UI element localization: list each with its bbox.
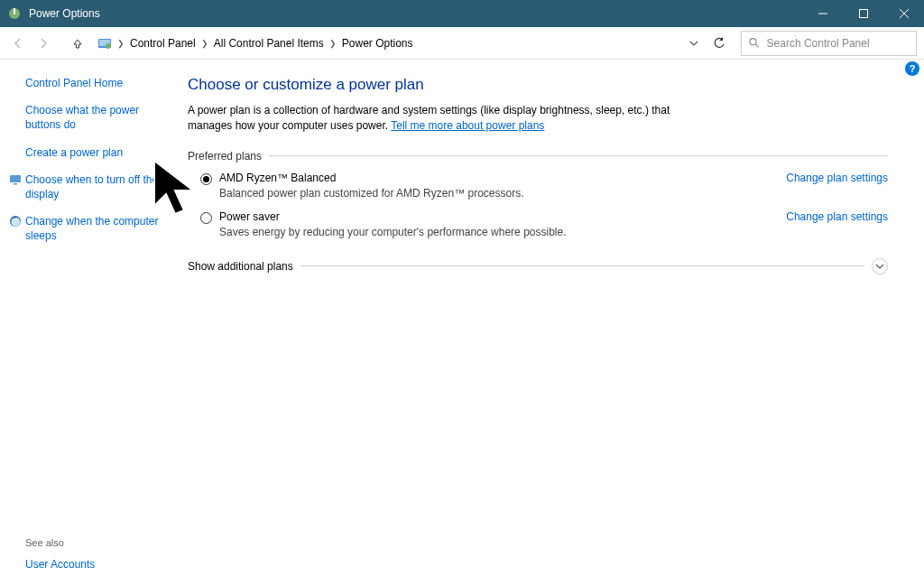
forward-button[interactable]: [32, 33, 54, 54]
maximize-button[interactable]: [843, 0, 883, 27]
content: Control Panel Home Choose what the power…: [0, 60, 924, 586]
breadcrumb-item[interactable]: Control Panel: [130, 37, 196, 50]
svg-point-9: [750, 39, 756, 45]
svg-line-10: [755, 44, 759, 48]
plan-name: AMD Ryzen™ Balanced: [219, 172, 772, 184]
show-additional-plans[interactable]: Show additional plans: [188, 258, 888, 274]
svg-rect-1: [14, 8, 15, 14]
plan-row: AMD Ryzen™ Balanced Balanced power plan …: [200, 172, 888, 200]
see-also-label: See also: [25, 537, 95, 548]
search-box[interactable]: [741, 31, 917, 56]
plan-radio-selected[interactable]: [200, 173, 212, 185]
sidebar-item-turn-off-display[interactable]: Choose when to turn off the display: [25, 173, 158, 200]
control-panel-home-link[interactable]: Control Panel Home: [25, 76, 171, 90]
sleep-icon: [9, 215, 22, 228]
breadcrumb-item[interactable]: All Control Panel Items: [214, 37, 324, 50]
window-title: Power Options: [29, 7, 100, 20]
up-button[interactable]: [67, 33, 88, 54]
navbar: ❯ Control Panel ❯ All Control Panel Item…: [0, 27, 924, 60]
plan-desc: Saves energy by reducing your computer's…: [219, 226, 772, 238]
breadcrumb-item[interactable]: Power Options: [342, 37, 413, 50]
chevron-right-icon: ❯: [329, 39, 337, 48]
display-icon: [9, 173, 22, 186]
learn-more-link[interactable]: Tell me more about power plans: [391, 119, 544, 132]
main: Choose or customize a power plan A power…: [180, 60, 924, 586]
breadcrumb[interactable]: ❯ Control Panel ❯ All Control Panel Item…: [92, 31, 681, 56]
chevron-down-icon: [872, 258, 888, 274]
breadcrumb-dropdown[interactable]: [685, 39, 703, 48]
divider: [269, 155, 888, 156]
minimize-button[interactable]: [802, 0, 843, 27]
power-options-icon: [7, 6, 22, 21]
sidebar-item-power-buttons[interactable]: Choose what the power buttons do: [25, 104, 139, 131]
plan-row: Power saver Saves energy by reducing you…: [200, 210, 888, 238]
svg-rect-11: [10, 175, 21, 182]
plan-desc: Balanced power plan customized for AMD R…: [219, 187, 772, 200]
sidebar-item-create-plan[interactable]: Create a power plan: [25, 146, 123, 159]
chevron-right-icon: ❯: [117, 39, 125, 48]
plan-radio[interactable]: [200, 212, 212, 224]
chevron-right-icon: ❯: [201, 39, 208, 48]
control-panel-icon: [97, 36, 112, 51]
search-icon: [749, 37, 760, 49]
close-button[interactable]: [883, 0, 924, 27]
change-plan-settings-link[interactable]: Change plan settings: [786, 172, 888, 184]
page-description: A power plan is a collection of hardware…: [188, 103, 675, 134]
divider: [300, 265, 864, 266]
svg-rect-12: [14, 183, 17, 185]
see-also-user-accounts[interactable]: User Accounts: [25, 558, 95, 571]
page-heading: Choose or customize a power plan: [188, 76, 888, 94]
svg-point-8: [106, 43, 111, 49]
search-input[interactable]: [767, 37, 909, 50]
plan-name: Power saver: [219, 210, 772, 223]
refresh-button[interactable]: [707, 31, 732, 56]
preferred-plans-header: Preferred plans: [188, 150, 888, 163]
svg-rect-3: [859, 10, 867, 18]
titlebar: Power Options: [0, 0, 924, 27]
change-plan-settings-link[interactable]: Change plan settings: [786, 210, 888, 223]
sidebar: Control Panel Home Choose what the power…: [0, 60, 180, 586]
sidebar-item-computer-sleeps[interactable]: Change when the computer sleeps: [25, 215, 158, 242]
sidebar-footer: See also User Accounts: [25, 537, 95, 572]
back-button[interactable]: [7, 33, 29, 54]
